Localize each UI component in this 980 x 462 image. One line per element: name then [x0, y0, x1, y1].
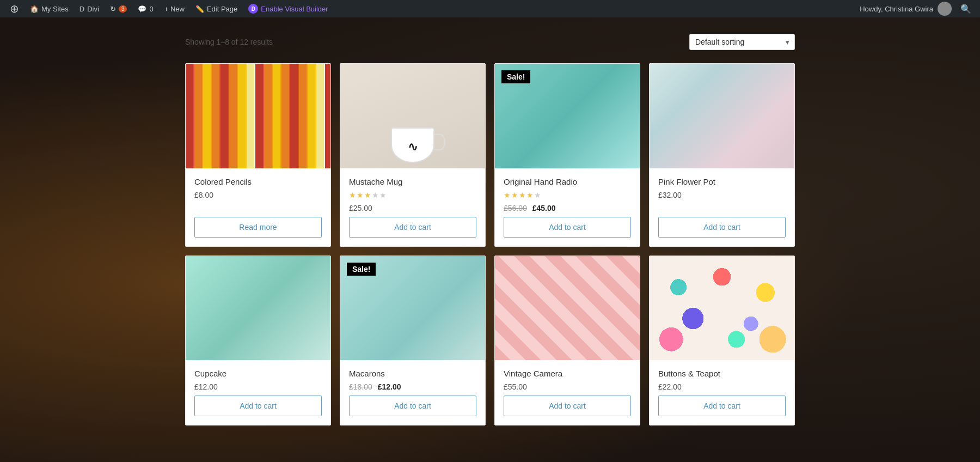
search-button[interactable]: 🔍	[956, 4, 976, 14]
product-price: £32.00	[658, 191, 786, 199]
divi-icon: D	[79, 5, 84, 13]
product-image-vintage-camera	[495, 256, 640, 361]
product-price: £56.00 £45.00	[504, 204, 631, 212]
read-more-button[interactable]: Read more	[194, 217, 322, 238]
edit-page-label: Edit Page	[207, 5, 237, 13]
product-image-wrap	[186, 64, 330, 168]
star-1: ★	[349, 191, 356, 199]
product-name: Cupcake	[194, 369, 322, 378]
product-price: £12.00	[194, 382, 322, 391]
product-image-mustache-mug: ∿	[340, 64, 485, 168]
wp-logo-button[interactable]: ⊕	[4, 0, 24, 17]
sort-select[interactable]: Default sorting Sort by popularity Sort …	[689, 34, 795, 50]
main-background: Showing 1–8 of 12 results Default sortin…	[0, 17, 980, 462]
star-3: ★	[364, 191, 371, 199]
product-card-cupcake: Cupcake £12.00 Add to cart	[185, 256, 331, 426]
product-image-wrap: Sale!	[340, 256, 485, 361]
product-image-wrap	[650, 256, 794, 361]
updates-button[interactable]: ↻ 3	[105, 0, 133, 17]
visual-builder-label: Enable Visual Builder	[261, 5, 328, 13]
product-info: Pink Flower Pot £32.00 Add to cart	[650, 168, 794, 246]
user-greeting: Howdy, Christina Gwira	[860, 5, 933, 13]
comments-count: 0	[149, 5, 153, 13]
product-name: Pink Flower Pot	[658, 177, 786, 186]
visual-builder-button[interactable]: D Enable Visual Builder	[243, 0, 333, 17]
product-image-wrap	[186, 256, 330, 361]
product-card-mustache-mug: ∿ Mustache Mug ★ ★ ★ ★ ★ £25.00	[340, 63, 486, 247]
product-image-wrap	[495, 256, 640, 361]
sale-price: £12.00	[378, 382, 401, 391]
add-to-cart-button[interactable]: Add to cart	[658, 396, 786, 416]
updates-count: 3	[119, 5, 127, 13]
add-to-cart-button[interactable]: Add to cart	[504, 217, 631, 238]
add-to-cart-button[interactable]: Add to cart	[658, 217, 786, 238]
product-info: Buttons & Teapot £22.00 Add to cart	[650, 360, 794, 425]
comment-icon: 💬	[138, 5, 146, 13]
product-info: Original Hand Radio ★ ★ ★ ★ ★ £56.00 £45…	[495, 168, 640, 246]
star-5: ★	[534, 191, 541, 199]
product-info: Cupcake £12.00 Add to cart	[186, 360, 330, 425]
product-name: Mustache Mug	[349, 177, 476, 186]
star-5: ★	[379, 191, 387, 199]
admin-bar-right: Howdy, Christina Gwira 🔍	[860, 2, 976, 16]
product-info: Macarons £18.00 £12.00 Add to cart	[340, 360, 485, 425]
star-2: ★	[357, 191, 364, 199]
product-name: Original Hand Radio	[504, 177, 631, 186]
home-icon: 🏠	[30, 5, 39, 13]
avatar	[938, 2, 952, 16]
sort-wrapper: Default sorting Sort by popularity Sort …	[689, 34, 795, 50]
product-card-buttons-teapot: Buttons & Teapot £22.00 Add to cart	[649, 256, 795, 426]
product-image-colored-pencils	[186, 64, 330, 168]
wp-icon: ⊕	[10, 2, 19, 15]
divi-label: Divi	[87, 5, 99, 13]
add-to-cart-button[interactable]: Add to cart	[349, 217, 476, 238]
product-image-wrap	[650, 64, 794, 168]
product-image-wrap: Sale!	[495, 64, 640, 168]
product-image-cupcake	[186, 256, 330, 361]
star-2: ★	[511, 191, 518, 199]
sale-badge: Sale!	[347, 263, 376, 276]
product-card-vintage-camera: Vintage Camera £55.00 Add to cart	[494, 256, 640, 426]
original-price: £56.00	[504, 204, 527, 212]
product-name: Buttons & Teapot	[658, 369, 786, 378]
product-card-colored-pencils: Colored Pencils £8.00 Read more	[185, 63, 331, 247]
comments-button[interactable]: 💬 0	[132, 0, 158, 17]
star-3: ★	[519, 191, 526, 199]
product-rating: ★ ★ ★ ★ ★	[349, 191, 476, 199]
sale-badge: Sale!	[501, 70, 530, 83]
product-image-buttons-teapot	[650, 256, 794, 361]
product-card-macarons: Sale! Macarons £18.00 £12.00 Add to cart	[340, 256, 486, 426]
divi-button[interactable]: D Divi	[74, 0, 105, 17]
admin-bar-left: ⊕ 🏠 My Sites D Divi ↻ 3 💬 0 + New ✏️ Edi…	[4, 0, 860, 17]
product-info: Vintage Camera £55.00 Add to cart	[495, 360, 640, 425]
product-name: Colored Pencils	[194, 177, 322, 186]
edit-icon: ✏️	[195, 5, 204, 13]
sale-price: £45.00	[532, 204, 556, 212]
original-price: £18.00	[349, 382, 372, 391]
product-grid: Colored Pencils £8.00 Read more ∿ M	[185, 63, 795, 425]
add-to-cart-button[interactable]: Add to cart	[194, 396, 322, 416]
product-image-pink-flower-pot	[650, 64, 794, 168]
star-4: ★	[372, 191, 379, 199]
my-sites-button[interactable]: 🏠 My Sites	[24, 0, 74, 17]
product-name: Vintage Camera	[504, 369, 631, 378]
product-image-wrap: ∿	[340, 64, 485, 168]
star-1: ★	[504, 191, 511, 199]
content-wrap: Showing 1–8 of 12 results Default sortin…	[174, 17, 806, 447]
product-price: £18.00 £12.00	[349, 382, 476, 391]
refresh-icon: ↻	[110, 5, 116, 13]
star-4: ★	[526, 191, 534, 199]
add-to-cart-button[interactable]: Add to cart	[349, 396, 476, 416]
my-sites-label: My Sites	[41, 5, 69, 13]
add-to-cart-button[interactable]: Add to cart	[504, 396, 631, 416]
product-info: Colored Pencils £8.00 Read more	[186, 168, 330, 246]
product-info: Mustache Mug ★ ★ ★ ★ ★ £25.00 Add to car…	[340, 168, 485, 246]
product-rating: ★ ★ ★ ★ ★	[504, 191, 631, 199]
divi-circle-icon: D	[248, 4, 258, 14]
product-name: Macarons	[349, 369, 476, 378]
edit-page-button[interactable]: ✏️ Edit Page	[190, 0, 243, 17]
product-price: £22.00	[658, 382, 786, 391]
new-button[interactable]: + New	[159, 0, 190, 17]
product-price: £8.00	[194, 191, 322, 199]
results-count: Showing 1–8 of 12 results	[185, 38, 273, 46]
